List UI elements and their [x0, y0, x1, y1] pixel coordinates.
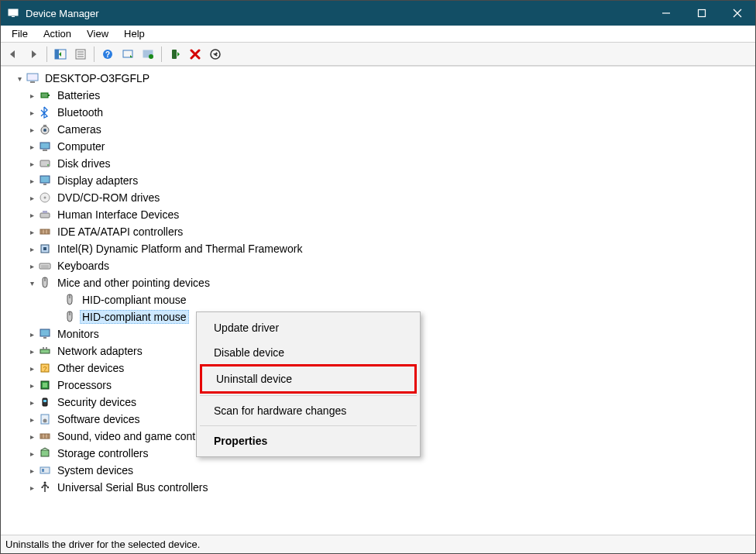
collapse-icon[interactable]: ▾ [26, 279, 38, 287]
expand-icon[interactable]: ▸ [26, 262, 38, 270]
forward-button[interactable] [24, 45, 43, 64]
svg-rect-50 [40, 349, 50, 353]
category-label: Intel(R) Dynamic Platform and Thermal Fr… [55, 242, 304, 256]
tree-category[interactable]: ▸Human Interface Devices [4, 206, 755, 223]
svg-rect-1 [12, 16, 15, 17]
tree-root[interactable]: ▾ DESKTOP-O3FGFLP [4, 70, 755, 87]
tree-root-label: DESKTOP-O3FGFLP [43, 71, 152, 85]
mouse-icon [63, 311, 77, 323]
expand-icon[interactable]: ▸ [26, 91, 38, 100]
tree-category[interactable]: ▸Batteries [4, 87, 755, 104]
scan-button[interactable] [119, 45, 137, 64]
category-icon [38, 260, 52, 272]
menu-view[interactable]: View [79, 26, 116, 41]
context-scan-hardware[interactable]: Scan for hardware changes [198, 398, 418, 423]
category-icon [38, 225, 52, 238]
tree-category[interactable]: ▸Universal Serial Bus controllers [4, 479, 755, 496]
tree-device[interactable]: HID-compliant mouse [4, 291, 755, 308]
tree-category[interactable]: ▸Keyboards [4, 257, 755, 274]
category-label: Mice and other pointing devices [55, 276, 212, 290]
expand-icon[interactable]: ▸ [26, 449, 38, 458]
collapse-icon[interactable]: ▾ [13, 74, 26, 83]
tree-category[interactable]: ▸Disk drives [4, 155, 755, 172]
tree-category[interactable]: ▸DVD/CD-ROM drives [4, 189, 755, 206]
expand-icon[interactable]: ▸ [26, 415, 38, 424]
expand-icon[interactable]: ▸ [26, 466, 38, 475]
properties-button[interactable] [71, 45, 90, 64]
svg-point-29 [47, 164, 49, 166]
category-label: Storage controllers [55, 446, 151, 460]
close-button[interactable] [720, 1, 755, 26]
svg-point-70 [47, 487, 49, 488]
category-label: Bluetooth [55, 105, 105, 119]
expand-icon[interactable]: ▸ [26, 364, 38, 373]
statusbar: Uninstalls the driver for the selected d… [1, 535, 755, 553]
category-icon [38, 140, 52, 153]
context-uninstall-device[interactable]: Uninstall device [202, 366, 414, 391]
category-label: Computer [55, 139, 107, 153]
category-icon [38, 243, 52, 255]
svg-rect-48 [40, 329, 50, 336]
tree-category[interactable]: ▸Computer [4, 138, 755, 155]
svg-rect-34 [40, 213, 50, 218]
expand-icon[interactable]: ▸ [26, 347, 38, 356]
expand-icon[interactable]: ▸ [26, 143, 38, 151]
toolbar: ? [1, 43, 755, 66]
category-icon [38, 430, 52, 442]
category-icon [38, 328, 52, 340]
menubar: File Action View Help [1, 26, 755, 43]
menu-file[interactable]: File [4, 26, 36, 41]
expand-icon[interactable]: ▸ [26, 177, 38, 185]
svg-rect-51 [43, 347, 44, 349]
svg-point-60 [43, 419, 47, 423]
context-separator [200, 425, 417, 426]
enable-button[interactable] [166, 45, 184, 64]
back-button[interactable] [4, 45, 22, 64]
svg-text:?: ? [43, 365, 46, 373]
expand-icon[interactable]: ▸ [26, 398, 38, 407]
category-label: System devices [55, 463, 136, 477]
device-tree-pane[interactable]: ▾ DESKTOP-O3FGFLP ▸Batteries▸Bluetooth▸C… [1, 66, 755, 535]
category-icon [38, 413, 52, 425]
menu-action[interactable]: Action [36, 26, 79, 41]
minimize-button[interactable] [648, 1, 684, 26]
expand-icon[interactable]: ▸ [26, 245, 38, 253]
expand-icon[interactable]: ▸ [26, 330, 38, 339]
expand-icon[interactable]: ▸ [26, 160, 38, 168]
expand-icon[interactable]: ▸ [26, 108, 38, 117]
category-label: Universal Serial Bus controllers [55, 480, 211, 494]
svg-point-16 [149, 54, 153, 59]
category-label: Software devices [55, 412, 143, 426]
update-driver-button[interactable] [139, 45, 157, 64]
maximize-button[interactable] [684, 1, 720, 26]
disable-button[interactable] [206, 45, 225, 64]
expand-icon[interactable]: ▸ [26, 228, 38, 236]
category-icon [38, 481, 52, 494]
help-button[interactable]: ? [98, 45, 117, 64]
expand-icon[interactable]: ▸ [26, 211, 38, 219]
tree-category[interactable]: ▸Intel(R) Dynamic Platform and Thermal F… [4, 240, 755, 257]
uninstall-button[interactable] [186, 45, 204, 64]
expand-icon[interactable]: ▸ [26, 194, 38, 202]
expand-icon[interactable]: ▸ [26, 126, 38, 134]
tree-category[interactable]: ▸Cameras [4, 121, 755, 138]
tree-category[interactable]: ▸Bluetooth [4, 104, 755, 121]
titlebar: Device Manager [1, 1, 755, 26]
category-icon [38, 106, 52, 119]
context-properties[interactable]: Properties [198, 428, 418, 453]
menu-help[interactable]: Help [116, 26, 153, 41]
show-hide-tree-button[interactable] [51, 45, 70, 64]
expand-icon[interactable]: ▸ [26, 381, 38, 390]
tree-category[interactable]: ▸System devices [4, 462, 755, 479]
context-update-driver[interactable]: Update driver [198, 315, 418, 340]
svg-text:?: ? [105, 50, 110, 59]
category-icon [38, 464, 52, 477]
context-menu: Update driver Disable device Uninstall d… [196, 311, 421, 457]
tree-category[interactable]: ▸IDE ATA/ATAPI controllers [4, 223, 755, 240]
category-label: Batteries [55, 88, 102, 102]
context-disable-device[interactable]: Disable device [198, 340, 418, 365]
expand-icon[interactable]: ▸ [26, 483, 38, 492]
tree-category[interactable]: ▸Display adapters [4, 172, 755, 189]
tree-category[interactable]: ▾Mice and other pointing devices [4, 274, 755, 291]
expand-icon[interactable]: ▸ [26, 432, 38, 441]
